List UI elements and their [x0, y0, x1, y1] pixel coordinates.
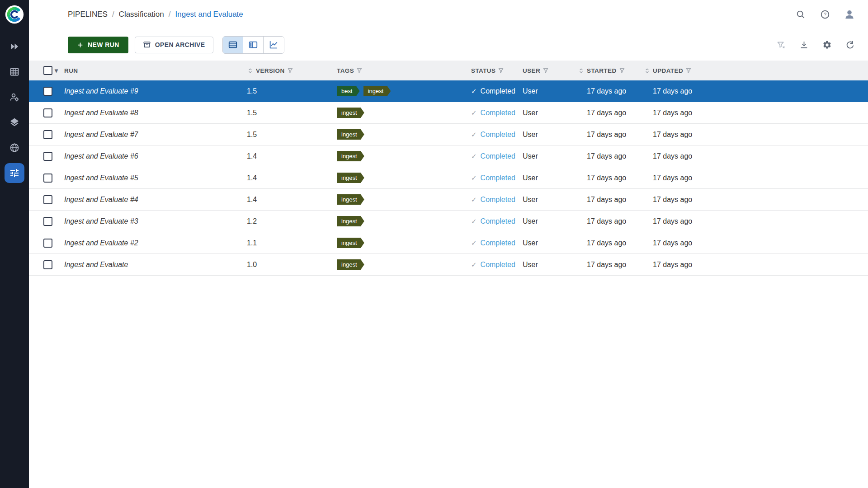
run-name[interactable]: Ingest and Evaluate #9 — [64, 87, 138, 95]
run-version: 1.5 — [247, 109, 337, 117]
run-user: User — [523, 239, 578, 247]
help-icon[interactable]: ? — [819, 9, 831, 20]
header-run: RUN — [64, 67, 247, 74]
table-row[interactable]: Ingest and Evaluate #2 1.1 ingest ✓ Comp… — [29, 232, 868, 254]
row-checkbox[interactable] — [43, 152, 52, 161]
status-text: Completed — [481, 109, 515, 117]
table-row[interactable]: Ingest and Evaluate #6 1.4 ingest ✓ Comp… — [29, 145, 868, 167]
column-header-updated[interactable]: UPDATED — [653, 67, 683, 74]
table-row[interactable]: Ingest and Evaluate #8 1.5 ingest ✓ Comp… — [29, 102, 868, 124]
hyperdatasets-icon[interactable] — [8, 116, 21, 129]
run-status: ✓ Completed — [471, 131, 523, 139]
search-icon[interactable] — [795, 9, 807, 20]
clear-filters-icon[interactable] — [775, 39, 786, 50]
column-header-started[interactable]: STARTED — [587, 67, 617, 74]
breadcrumb-project[interactable]: Classification — [119, 10, 164, 19]
row-checkbox[interactable] — [43, 130, 52, 139]
run-started: 17 days ago — [578, 87, 644, 95]
column-header-status[interactable]: STATUS — [471, 67, 495, 74]
workers-icon[interactable] — [8, 90, 21, 104]
table-row[interactable]: Ingest and Evaluate #9 1.5 bestingest ✓ … — [29, 80, 868, 102]
projects-icon[interactable] — [8, 40, 21, 53]
row-checkbox[interactable] — [43, 260, 52, 269]
row-checkbox[interactable] — [43, 87, 52, 96]
user-avatar[interactable] — [844, 9, 855, 20]
plus-icon — [77, 42, 84, 48]
table-row[interactable]: Ingest and Evaluate 1.0 ingest ✓ Complet… — [29, 254, 868, 276]
filter-icon[interactable] — [542, 67, 549, 74]
tag-badge[interactable]: ingest — [337, 173, 364, 183]
run-name[interactable]: Ingest and Evaluate #3 — [64, 217, 138, 225]
table-row[interactable]: Ingest and Evaluate #4 1.4 ingest ✓ Comp… — [29, 189, 868, 211]
datasets-icon[interactable] — [8, 65, 21, 79]
app-logo[interactable] — [5, 5, 24, 24]
column-header-version[interactable]: VERSION — [256, 67, 285, 74]
run-started: 17 days ago — [578, 196, 644, 204]
filter-icon[interactable] — [287, 67, 293, 74]
column-header-user[interactable]: USER — [523, 67, 540, 74]
tag-badge[interactable]: ingest — [337, 108, 364, 118]
pipelines-icon[interactable] — [5, 163, 24, 183]
sort-icon[interactable] — [644, 67, 651, 74]
auto-refresh-icon[interactable] — [844, 39, 855, 50]
column-header-run[interactable]: RUN — [64, 67, 78, 74]
run-user: User — [523, 174, 578, 182]
run-name[interactable]: Ingest and Evaluate #6 — [64, 152, 138, 160]
tag-badge[interactable]: ingest — [337, 151, 364, 161]
row-checkbox[interactable] — [43, 195, 52, 204]
tag-badge[interactable]: ingest — [337, 194, 364, 205]
filter-icon[interactable] — [498, 67, 504, 74]
row-checkbox[interactable] — [43, 108, 52, 117]
tag-badge[interactable]: ingest — [337, 259, 364, 270]
split-view-button[interactable] — [243, 37, 264, 53]
run-name[interactable]: Ingest and Evaluate #4 — [64, 196, 138, 204]
table-view-button[interactable] — [223, 37, 243, 53]
chart-view-button[interactable] — [264, 37, 284, 53]
tag-badge[interactable]: best — [337, 86, 360, 96]
table-row[interactable]: Ingest and Evaluate #7 1.5 ingest ✓ Comp… — [29, 124, 868, 145]
row-checkbox[interactable] — [43, 217, 52, 226]
row-checkbox[interactable] — [43, 239, 52, 248]
status-completed-icon: ✓ — [471, 196, 477, 204]
column-header-tags[interactable]: TAGS — [337, 67, 354, 74]
tag-badge[interactable]: ingest — [337, 238, 364, 248]
run-cell: Ingest and Evaluate #3 — [64, 217, 247, 225]
table-row[interactable]: Ingest and Evaluate #5 1.4 ingest ✓ Comp… — [29, 167, 868, 189]
download-icon[interactable] — [798, 39, 809, 50]
header-tags: TAGS — [337, 67, 471, 74]
run-name[interactable]: Ingest and Evaluate #7 — [64, 131, 138, 139]
filter-icon[interactable] — [619, 67, 625, 74]
run-name[interactable]: Ingest and Evaluate — [64, 261, 128, 269]
svg-text:?: ? — [824, 12, 826, 17]
tag-badge[interactable]: ingest — [337, 216, 364, 226]
tag-badge[interactable]: ingest — [363, 86, 391, 96]
run-version: 1.5 — [247, 131, 337, 139]
models-icon[interactable] — [8, 141, 21, 155]
header-updated: UPDATED — [644, 67, 868, 74]
run-status: ✓ Completed — [471, 87, 523, 95]
table-row[interactable]: Ingest and Evaluate #3 1.2 ingest ✓ Comp… — [29, 211, 868, 232]
run-user: User — [523, 217, 578, 225]
tag-badge[interactable]: ingest — [337, 129, 364, 140]
breadcrumb-pipelines[interactable]: PIPELINES — [68, 10, 108, 19]
open-archive-button[interactable]: OPEN ARCHIVE — [135, 37, 213, 53]
run-tags: ingest — [337, 216, 471, 226]
select-all-dropdown-icon[interactable]: ▾ — [55, 67, 58, 74]
run-name[interactable]: Ingest and Evaluate #5 — [64, 174, 138, 182]
sort-icon[interactable] — [578, 67, 585, 74]
settings-gear-icon[interactable] — [821, 39, 832, 50]
filter-icon[interactable] — [356, 67, 363, 74]
breadcrumb-separator: / — [112, 10, 114, 19]
sort-icon[interactable] — [247, 67, 254, 74]
run-name[interactable]: Ingest and Evaluate #8 — [64, 109, 138, 117]
run-updated: 17 days ago — [644, 131, 868, 139]
run-name[interactable]: Ingest and Evaluate #2 — [64, 239, 138, 247]
row-checkbox[interactable] — [43, 174, 52, 183]
row-select-cell — [29, 174, 64, 183]
run-cell: Ingest and Evaluate #6 — [64, 152, 247, 160]
new-run-button[interactable]: NEW RUN — [68, 37, 128, 53]
run-updated: 17 days ago — [644, 196, 868, 204]
filter-icon[interactable] — [685, 67, 692, 74]
select-all-checkbox[interactable] — [43, 66, 52, 75]
run-version: 1.4 — [247, 174, 337, 182]
